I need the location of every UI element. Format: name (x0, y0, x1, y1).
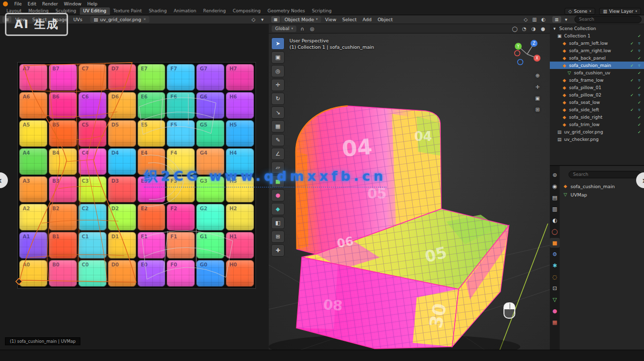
visibility-check-icon[interactable]: ✓ (637, 130, 642, 134)
image-selector[interactable]: ▤ uv_grid_color.png × (90, 16, 149, 23)
properties-search-input[interactable] (569, 171, 642, 178)
shading-mode-1[interactable]: ◔ (520, 26, 528, 32)
outliner-item-sofa-frame-low[interactable]: ◆sofa_frame_low✓▿ (550, 76, 644, 84)
workspace-tab-uv-editing[interactable]: UV Editing (80, 7, 110, 15)
options-icon[interactable]: ▾ (258, 17, 266, 22)
properties-tab-tool[interactable]: ⊚ (550, 170, 560, 180)
tool-add-sphere[interactable]: ● (271, 189, 285, 201)
uv-menu-select[interactable]: Select (30, 17, 50, 22)
properties-tab-output[interactable]: ▤ (550, 193, 560, 202)
orientation-selector[interactable]: Global ▾ (272, 26, 296, 32)
blender-logo-icon[interactable] (3, 1, 8, 6)
workspace-tab-scripting[interactable]: Scripting (308, 7, 335, 15)
proportional-edit-icon[interactable]: ◎ (308, 26, 316, 32)
outliner-item-sofa-side-left[interactable]: ◆sofa_side_left✓▿ (550, 106, 644, 113)
visibility-check-icon[interactable]: ✓ (629, 63, 635, 68)
visibility-check-icon[interactable]: ✓ (637, 85, 642, 90)
uv-menu-view[interactable]: View (12, 17, 30, 22)
visibility-check-icon[interactable]: ✓ (629, 48, 635, 53)
selectability-icon[interactable]: ▿ (637, 107, 642, 112)
tool-cursor[interactable]: ◎ (271, 65, 285, 77)
properties-tab-physics[interactable]: ◌ (550, 272, 560, 282)
tool-scale[interactable]: ↘ (271, 106, 285, 119)
viewport-menu-view[interactable]: View (322, 17, 339, 22)
tool-shear[interactable]: ◧ (271, 217, 285, 229)
workspace-tab-geometry-nodes[interactable]: Geometry Nodes (264, 7, 308, 15)
close-icon[interactable]: × (143, 17, 146, 21)
overlays-icon[interactable]: ▥ (531, 17, 538, 22)
uv-menu-image[interactable]: Image (50, 17, 71, 22)
visibility-check-icon[interactable]: ✓ (637, 115, 642, 120)
pan-icon[interactable]: ✛ (533, 82, 542, 91)
topbar-menu-window[interactable]: Window (61, 1, 85, 6)
outliner-item-sofa-side-right[interactable]: ◆sofa_side_right✓ (550, 113, 644, 121)
visibility-check-icon[interactable]: ✓ (629, 93, 635, 98)
filter-icon[interactable]: ▾ (562, 17, 570, 22)
snap-magnet-icon[interactable]: ∩ (298, 26, 306, 32)
visibility-check-icon[interactable]: ✓ (637, 70, 642, 75)
outliner-item-collection-1[interactable]: ▣Collection 1✓ (550, 32, 644, 39)
tool-move[interactable]: ✛ (271, 79, 285, 91)
view-layer-selector[interactable]: ▥ View Layer ▾ (599, 8, 641, 15)
outliner-item-sofa-seat-low[interactable]: ◆sofa_seat_low✓ (550, 98, 644, 106)
visibility-check-icon[interactable]: ✓ (629, 78, 635, 83)
navigation-gizmo[interactable]: Z X Y (512, 36, 544, 68)
visibility-check-icon[interactable]: ✓ (637, 56, 642, 61)
workspace-tab-texture-paint[interactable]: Texture Paint (110, 7, 145, 15)
outliner-item-sofa-trim-low[interactable]: ◆sofa_trim_low✓ (550, 121, 644, 128)
workspace-tab-shading[interactable]: Shading (145, 7, 171, 15)
properties-tab-view-layer[interactable]: ▥ (550, 204, 560, 214)
outliner-item-scene-collection[interactable]: ▾Scene Collection (550, 25, 644, 32)
properties-tab-scene[interactable]: ◐ (550, 215, 560, 225)
outliner-item-sofa-cushion-main[interactable]: ◆sofa_cushion_main✓▿ (550, 62, 644, 69)
tool-measure[interactable]: ∠ (271, 148, 285, 160)
selectability-icon[interactable]: ▿ (637, 78, 642, 83)
tool-select-box[interactable]: ▣ (271, 51, 285, 64)
selectability-icon[interactable]: ▿ (637, 41, 642, 46)
viewport-canvas[interactable]: 04 04 05 05 06 30 08 ➤▣◎✛↻↘▦✎∠▱■●◆◧⊞✚ Us… (269, 33, 550, 351)
outliner-item-sofa-arm-right-low[interactable]: ◆sofa_arm_right.low✓▿ (550, 47, 644, 54)
workspace-tab-compositing[interactable]: Compositing (229, 7, 264, 15)
properties-tab-object[interactable]: ■ (550, 238, 560, 248)
viewport-menu-select[interactable]: Select (339, 17, 359, 22)
outliner-search-input[interactable] (574, 16, 642, 23)
mode-selector[interactable]: Object Mode ▾ (281, 16, 321, 23)
editor-type-icon[interactable]: ▥ (552, 16, 561, 23)
scene-selector[interactable]: ◇ Scene ▾ (565, 8, 595, 15)
viewport-menu-object[interactable]: Object (375, 17, 396, 22)
tool-transform[interactable]: ▦ (271, 120, 285, 132)
outliner-item-sofa-arm-left-low[interactable]: ◆sofa_arm_left.low✓▿ (550, 39, 644, 47)
outliner-item-sofa-cushion-uv[interactable]: ▽sofa_cushion_uv✓ (550, 69, 644, 76)
viewport-menu-add[interactable]: Add (359, 17, 374, 22)
properties-tab-render[interactable]: ◉ (550, 181, 560, 191)
shading-mode-0[interactable]: ◯ (511, 26, 519, 32)
visibility-check-icon[interactable]: ✓ (629, 107, 635, 112)
properties-tab-texture[interactable]: ▦ (550, 317, 560, 327)
tool-add-plane[interactable]: ▱ (271, 162, 285, 174)
editor-type-icon[interactable]: ▤ (2, 16, 11, 23)
selectability-icon[interactable]: ▿ (637, 93, 642, 98)
visibility-check-icon[interactable]: ✓ (629, 41, 635, 46)
shading-mode-2[interactable]: ◑ (530, 26, 537, 32)
tool-select-tweak[interactable]: ➤ (271, 37, 285, 50)
tool-annotate[interactable]: ✎ (271, 134, 285, 146)
workspace-tab-animation[interactable]: Animation (170, 7, 200, 15)
visibility-check-icon[interactable]: ✓ (637, 122, 642, 127)
xray-toggle-icon[interactable]: ◐ (539, 17, 547, 22)
camera-view-icon[interactable]: ▣ (533, 94, 542, 102)
outliner-item-sofa-pillow-02[interactable]: ◆sofa_pillow_02✓▿ (550, 91, 644, 98)
workspace-tab-sculpting[interactable]: Sculpting (52, 7, 80, 15)
properties-tab-object-data[interactable]: ▽ (550, 295, 560, 304)
visibility-check-icon[interactable]: ✓ (637, 100, 642, 105)
properties-row-sofa-cushion-main[interactable]: ◆sofa_cushion_main (563, 182, 642, 191)
selectability-icon[interactable]: ▿ (637, 63, 642, 68)
uv-canvas[interactable]: A7B7C7D7E7F7G7H7A6B6C6D6E6F6G6H6A5B5C5D5… (0, 24, 269, 350)
workspace-tab-modeling[interactable]: Modeling (25, 7, 52, 15)
shading-mode-3[interactable]: ● (539, 26, 547, 32)
topbar-menu-render[interactable]: Render (39, 1, 61, 6)
zoom-icon[interactable]: ⊕ (533, 71, 542, 80)
topbar-menu-file[interactable]: File (11, 1, 25, 6)
workspace-tab-rendering[interactable]: Rendering (200, 7, 229, 15)
uv-menu-uvs[interactable]: UVs (71, 17, 85, 22)
properties-tab-constraints[interactable]: ⊡ (550, 283, 560, 293)
